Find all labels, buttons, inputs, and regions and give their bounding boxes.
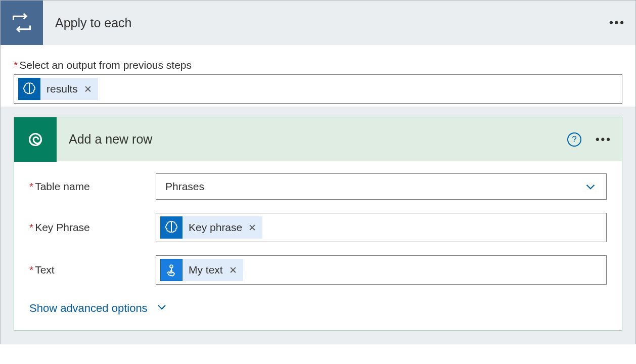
add-row-menu-button[interactable]: •••	[596, 133, 612, 146]
dataverse-icon	[14, 117, 57, 162]
add-row-header: Add a new row ? •••	[14, 117, 622, 161]
select-output-input[interactable]: results ✕	[14, 74, 622, 104]
token-key-phrase-label: Key phrase	[183, 221, 247, 234]
apply-to-each-title: Apply to each	[55, 16, 132, 30]
row-key-phrase: *Key Phrase	[29, 213, 607, 242]
text-input[interactable]: My text ✕	[156, 255, 607, 285]
token-results-label: results	[40, 83, 83, 95]
token-key-phrase-remove[interactable]: ✕	[247, 222, 262, 234]
help-icon[interactable]: ?	[567, 132, 581, 147]
brain-icon	[160, 216, 183, 239]
show-advanced-options-link[interactable]: Show advanced options	[29, 301, 168, 316]
key-phrase-input[interactable]: Key phrase ✕	[156, 213, 607, 242]
loop-icon	[1, 1, 43, 45]
label-table-name: *Table name	[29, 180, 156, 193]
required-star: *	[29, 180, 33, 193]
token-results[interactable]: results ✕	[18, 78, 98, 100]
table-name-select[interactable]: Phrases	[156, 173, 607, 200]
chevron-down-icon	[156, 301, 168, 316]
label-key-phrase: *Key Phrase	[29, 221, 156, 234]
brain-icon	[18, 78, 40, 100]
required-star: *	[29, 264, 33, 276]
apply-to-each-menu-button[interactable]: •••	[609, 16, 625, 29]
token-my-text-label: My text	[183, 264, 228, 276]
svg-point-0	[170, 265, 173, 268]
required-star: *	[14, 59, 18, 71]
required-star: *	[29, 221, 33, 234]
table-name-value: Phrases	[165, 180, 204, 193]
touch-icon	[160, 259, 183, 281]
token-key-phrase[interactable]: Key phrase ✕	[160, 216, 262, 239]
apply-to-each-body: *Select an output from previous steps re…	[1, 45, 635, 107]
add-row-card: Add a new row ? ••• *Table name Phrases	[14, 117, 622, 331]
add-row-title: Add a new row	[69, 132, 152, 147]
select-output-label: *Select an output from previous steps	[14, 59, 622, 71]
row-table-name: *Table name Phrases	[29, 173, 607, 200]
token-results-remove[interactable]: ✕	[83, 83, 98, 95]
label-text: *Text	[29, 264, 156, 276]
row-text: *Text	[29, 255, 607, 285]
add-row-body: *Table name Phrases *Key Phrase	[14, 161, 622, 285]
token-my-text[interactable]: My text ✕	[160, 259, 243, 281]
token-my-text-remove[interactable]: ✕	[228, 264, 243, 276]
chevron-down-icon	[584, 180, 597, 193]
apply-to-each-header: Apply to each •••	[1, 1, 635, 45]
apply-to-each-card: Apply to each ••• *Select an output from…	[0, 0, 636, 344]
